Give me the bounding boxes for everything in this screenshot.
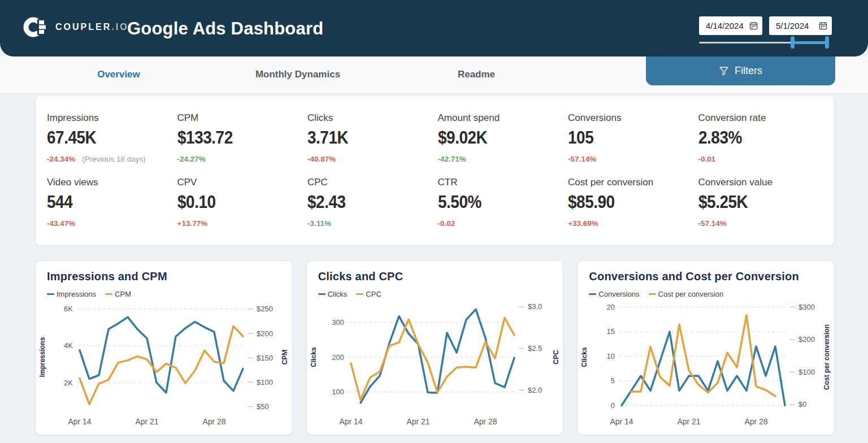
legend-label: Conversions	[598, 290, 639, 298]
kpi-value: 544	[47, 192, 174, 212]
date-from-value: 4/14/2024	[706, 21, 744, 31]
right-axis-tick: $200	[257, 329, 273, 338]
kpi-delta: -24.27%	[177, 155, 206, 163]
left-axis-tick: 4K	[64, 341, 73, 350]
kpi-cost-per-conversion: Cost per conversion$85.90+33.69%	[568, 176, 698, 240]
right-axis-tick: $250	[257, 305, 273, 313]
legend-item: Impressions	[47, 290, 96, 298]
x-axis-tick: Apr 28	[202, 417, 225, 426]
x-axis-tick: Apr 14	[610, 417, 633, 426]
chart-legend: ClicksCPC	[318, 290, 563, 298]
tab-overview[interactable]: Overview	[68, 66, 170, 83]
kpi-cpc: CPC$2.43-3.11%	[307, 176, 438, 240]
kpi-label: CTR	[438, 177, 565, 188]
kpi-delta: -43.47%	[47, 219, 75, 228]
funnel-icon	[719, 66, 729, 76]
right-axis-title: Cost per conversion	[823, 324, 831, 390]
chart-title: Clicks and CPC	[318, 270, 563, 283]
brand-name: COUPLER.IO	[55, 22, 129, 32]
legend-item: Cost per conversion	[649, 290, 724, 298]
kpi-delta: +13.77%	[177, 219, 208, 228]
kpi-cpm: CPM$133.72-24.27%	[177, 111, 308, 176]
left-axis-tick: 6K	[64, 305, 73, 313]
right-axis-tick: $100	[798, 368, 815, 376]
chart-legend: ImpressionsCPM	[47, 290, 292, 298]
legend-swatch	[105, 293, 112, 295]
kpi-label: Amount spend	[438, 112, 565, 124]
right-axis-tick: $50	[257, 402, 269, 411]
left-axis-tick: 15	[607, 327, 615, 336]
kpi-value: $9.02K	[438, 128, 565, 148]
kpi-delta: -24.34%	[47, 155, 75, 163]
kpi-conversion-rate: Conversion rate2.83%-0.01	[698, 111, 829, 176]
chart-title: Conversions and Cost per Conversion	[589, 270, 834, 283]
legend-swatch	[47, 293, 54, 295]
right-axis-tick: $0	[798, 400, 806, 409]
left-axis-title: Clicks	[310, 347, 318, 367]
kpi-value: $2.43	[307, 192, 435, 212]
tab-monthly-dynamics[interactable]: Monthly Dynamics	[224, 66, 371, 83]
legend-item: CPC	[356, 290, 381, 298]
date-to-value: 5/1/2024	[776, 21, 809, 31]
chart-title: Impressions and CPM	[47, 270, 292, 283]
kpi-label: Cost per conversion	[568, 177, 695, 188]
left-axis-tick: 5	[611, 376, 615, 385]
kpi-label: Clicks	[307, 112, 435, 124]
legend-swatch	[318, 293, 326, 295]
right-axis-tick: $150	[257, 354, 273, 362]
date-range-slider-handle-start[interactable]	[791, 36, 795, 49]
left-axis-tick: 200	[332, 353, 344, 362]
x-axis-tick: Apr 21	[678, 417, 701, 426]
kpi-delta: +33.69%	[568, 219, 598, 228]
left-axis-tick: 20	[607, 303, 615, 311]
filters-button-label: Filters	[735, 65, 762, 77]
kpi-label: CPC	[307, 177, 435, 188]
kpi-label: Conversion rate	[698, 112, 826, 124]
left-axis-tick: 100	[332, 388, 344, 396]
charts-row: Impressions and CPMImpressionsCPM2K4K6K$…	[35, 260, 835, 435]
kpi-cpv: CPV$0.10+13.77%	[177, 176, 308, 240]
right-axis-tick: $2.5	[528, 344, 542, 353]
series-line-cpm	[80, 326, 243, 404]
x-axis-tick: Apr 21	[135, 417, 158, 426]
kpi-value: 5.50%	[438, 192, 565, 212]
legend-item: Conversions	[589, 290, 639, 298]
kpi-label: CPV	[177, 177, 305, 188]
x-axis-tick: Apr 14	[68, 417, 91, 426]
legend-label: Cost per conversion	[658, 290, 724, 298]
tab-readme[interactable]: Readme	[426, 66, 527, 83]
right-axis-tick: $3.0	[528, 302, 542, 311]
kpi-delta: -0.02	[438, 219, 455, 228]
left-axis-title: Impressions	[38, 337, 46, 377]
kpi-label: CPM	[177, 112, 305, 124]
chart-card-impressions-and-cpm: Impressions and CPMImpressionsCPM2K4K6K$…	[35, 260, 293, 435]
kpi-conversions: Conversions105-57.14%	[568, 111, 698, 176]
kpi-summary-card: Impressions67.45K-24.34%(Previous 18 day…	[35, 95, 835, 246]
date-range-slider-handle-end[interactable]	[825, 36, 829, 49]
date-to-input[interactable]: 5/1/2024	[769, 16, 832, 35]
chart-plot: 05101520$0$100$200$300Apr 14Apr 21Apr 28…	[578, 298, 835, 429]
date-range-slider-selected[interactable]	[792, 41, 827, 44]
chart-plot: 100200300$2.0$2.5$3.0Apr 14Apr 21Apr 28C…	[307, 298, 564, 429]
right-axis-tick: $300	[798, 303, 815, 311]
left-axis-title: Clicks	[580, 347, 588, 367]
legend-swatch	[356, 293, 363, 295]
brand: COUPLER.IO	[23, 15, 129, 40]
chart-legend: ConversionsCost per conversion	[589, 290, 834, 298]
kpi-delta: -0.01	[698, 155, 716, 163]
calendar-icon	[749, 21, 758, 30]
right-axis-title: CPC	[552, 350, 560, 364]
x-axis-tick: Apr 28	[474, 417, 497, 426]
filters-button[interactable]: Filters	[646, 57, 835, 85]
series-line-clicks	[361, 309, 514, 403]
app-header: COUPLER.IO Google Ads Dashboard 4/14/202…	[0, 0, 868, 57]
kpi-label: Conversion value	[698, 177, 826, 188]
legend-swatch	[589, 293, 596, 295]
kpi-value: 2.83%	[698, 128, 826, 148]
kpi-value: $133.72	[177, 128, 305, 148]
kpi-conversion-value: Conversion value$5.25K-57.14%	[698, 176, 829, 240]
date-from-input[interactable]: 4/14/2024	[699, 16, 762, 35]
chart-plot: 2K4K6K$50$100$150$200$250Apr 14Apr 21Apr…	[36, 298, 293, 429]
chart-card-conversions-and-cost-per-conversion: Conversions and Cost per ConversionConve…	[577, 260, 835, 435]
kpi-value: $0.10	[177, 192, 305, 212]
